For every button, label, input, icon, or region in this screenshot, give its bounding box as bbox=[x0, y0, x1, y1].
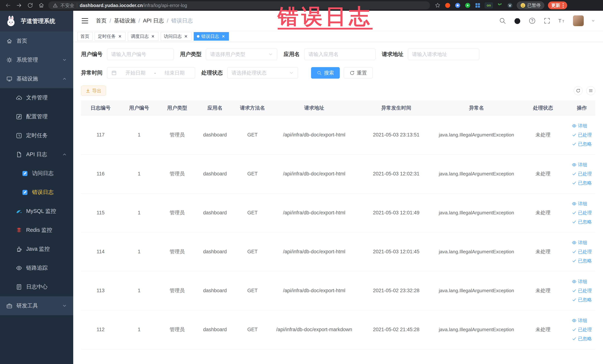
emoji-face-icon bbox=[520, 3, 525, 8]
sidebar-item-config-management[interactable]: 配置管理 bbox=[0, 107, 73, 126]
detail-link[interactable]: 详细 bbox=[572, 240, 587, 246]
ignored-link[interactable]: 已忽略 bbox=[572, 180, 592, 186]
help-icon[interactable] bbox=[529, 17, 536, 24]
tag-error-logs[interactable]: 错误日志 bbox=[194, 32, 229, 41]
browser-home-button[interactable] bbox=[37, 1, 46, 10]
sidebar-item-file-management[interactable]: 文件管理 bbox=[0, 88, 73, 107]
breadcrumb-api-logs[interactable]: API 日志 bbox=[143, 17, 164, 24]
error-log-icon bbox=[22, 189, 28, 195]
breadcrumb-infrastructure[interactable]: 基础设施 bbox=[114, 17, 136, 24]
extension-blue-icon[interactable] bbox=[454, 2, 461, 9]
font-size-icon[interactable]: TT bbox=[558, 17, 566, 24]
sidebar-item-log-center[interactable]: 日志中心 bbox=[0, 277, 73, 296]
eye-icon bbox=[572, 124, 577, 128]
reset-button[interactable]: 重置 bbox=[344, 67, 372, 79]
tag-home[interactable]: 首页 bbox=[77, 32, 93, 41]
process-status-label: 处理状态 bbox=[201, 69, 223, 77]
detail-link[interactable]: 详细 bbox=[572, 317, 587, 324]
detail-link[interactable]: 详细 bbox=[572, 201, 587, 207]
app-name-input[interactable] bbox=[304, 48, 376, 60]
cell-request-url: /api/infra/db-doc/export-html bbox=[271, 193, 357, 232]
cell-user-id: 1 bbox=[120, 310, 158, 349]
process-status-select[interactable]: 请选择处理状态 bbox=[227, 67, 298, 79]
ignored-link[interactable]: 已忽略 bbox=[572, 297, 592, 303]
fullscreen-icon[interactable] bbox=[543, 17, 551, 24]
cell-log-id: 117 bbox=[81, 115, 120, 154]
browser-update-button[interactable]: 更新 bbox=[548, 1, 567, 9]
extension-leaf-icon[interactable] bbox=[497, 2, 503, 9]
tag-scheduled-tasks[interactable]: 定时任务 bbox=[95, 32, 126, 41]
extension-grid-icon[interactable] bbox=[475, 2, 481, 9]
col-log-id: 日志编号 bbox=[81, 101, 120, 115]
sidebar-item-java-monitor[interactable]: Java 监控 bbox=[0, 240, 73, 258]
extension-on-badge[interactable]: on bbox=[485, 2, 493, 9]
check-icon bbox=[572, 133, 577, 137]
date-range-picker[interactable]: 开始日期 - 结束日期 bbox=[107, 67, 195, 79]
search-icon[interactable] bbox=[499, 17, 506, 24]
svg-text:T: T bbox=[562, 20, 564, 23]
tag-schedule-logs[interactable]: 调度日志 bbox=[128, 32, 159, 41]
extension-orange-icon[interactable] bbox=[444, 2, 451, 9]
bookmark-star-icon[interactable] bbox=[434, 2, 441, 9]
github-icon[interactable] bbox=[514, 17, 521, 24]
close-icon[interactable] bbox=[184, 34, 188, 39]
sidebar-item-redis-monitor[interactable]: Redis 监控 bbox=[0, 221, 73, 240]
app-logo[interactable]: 芋道管理系统 bbox=[0, 11, 73, 32]
address-bar[interactable]: 不安全 dashboard.yudao.iocoder.cn/infra/log… bbox=[48, 1, 430, 10]
sidebar-item-error-logs[interactable]: 错误日志 bbox=[0, 183, 73, 202]
close-icon[interactable] bbox=[117, 34, 122, 39]
sidebar-item-access-logs[interactable]: 访问日志 bbox=[0, 164, 73, 183]
browser-toolbar: 不安全 dashboard.yudao.iocoder.cn/infra/log… bbox=[0, 0, 603, 11]
hamburger-icon[interactable] bbox=[81, 17, 89, 25]
end-date-placeholder: 结束日期 bbox=[159, 70, 191, 76]
sidebar-item-system[interactable]: 系统管理 bbox=[0, 50, 73, 69]
sidebar-item-api-logs[interactable]: API 日志 bbox=[0, 145, 73, 164]
detail-link[interactable]: 详细 bbox=[572, 162, 587, 168]
ignored-link[interactable]: 已忽略 bbox=[572, 258, 592, 264]
col-user-type: 用户类型 bbox=[158, 101, 196, 115]
processed-link[interactable]: 已处理 bbox=[572, 132, 592, 138]
refresh-button[interactable] bbox=[574, 86, 583, 95]
processed-link[interactable]: 已处理 bbox=[572, 249, 592, 255]
user-id-input[interactable] bbox=[107, 48, 174, 60]
sidebar-item-home[interactable]: 首页 bbox=[0, 32, 73, 50]
detail-link[interactable]: 详细 bbox=[572, 279, 587, 285]
chevron-down-icon bbox=[268, 52, 273, 57]
close-icon[interactable] bbox=[151, 34, 155, 39]
export-button[interactable]: 导出 bbox=[81, 86, 106, 96]
chevron-down-icon[interactable] bbox=[591, 19, 595, 23]
sidebar-item-mysql-monitor[interactable]: MySQL 监控 bbox=[0, 202, 73, 221]
sidebar-item-infrastructure[interactable]: 基础设施 bbox=[0, 69, 73, 88]
browser-back-button[interactable] bbox=[4, 1, 12, 10]
ignored-link[interactable]: 已忽略 bbox=[572, 336, 592, 342]
check-icon bbox=[572, 211, 577, 215]
col-actions: 操作 bbox=[568, 101, 595, 115]
request-url-input[interactable] bbox=[408, 48, 479, 60]
processed-link[interactable]: 已处理 bbox=[572, 288, 592, 294]
check-icon bbox=[572, 327, 577, 332]
processed-link[interactable]: 已处理 bbox=[572, 210, 592, 216]
browser-forward-button[interactable] bbox=[15, 1, 23, 10]
eye-icon bbox=[572, 163, 577, 167]
sidebar-item-link-tracing[interactable]: 链路追踪 bbox=[0, 258, 73, 277]
processed-link[interactable]: 已处理 bbox=[572, 171, 592, 177]
extension-paw-icon[interactable] bbox=[507, 2, 513, 9]
close-icon[interactable] bbox=[221, 34, 226, 39]
user-type-select[interactable]: 请选择用户类型 bbox=[206, 48, 277, 60]
extension-green-icon[interactable] bbox=[464, 2, 471, 9]
browser-reload-button[interactable] bbox=[26, 1, 35, 10]
sidebar-item-scheduled-tasks[interactable]: 定时任务 bbox=[0, 126, 73, 145]
ignored-link[interactable]: 已忽略 bbox=[572, 219, 592, 225]
columns-button[interactable] bbox=[586, 86, 595, 95]
eye-icon bbox=[572, 240, 577, 245]
paused-badge[interactable]: 已暂停 bbox=[517, 1, 544, 9]
breadcrumb-home[interactable]: 首页 bbox=[96, 17, 107, 24]
search-button[interactable]: 搜索 bbox=[311, 67, 340, 79]
detail-link[interactable]: 详细 bbox=[572, 123, 587, 129]
ignored-link[interactable]: 已忽略 bbox=[572, 141, 592, 147]
avatar[interactable] bbox=[573, 15, 584, 26]
tag-access-logs[interactable]: 访问日志 bbox=[161, 32, 191, 41]
sidebar-item-dev-tools[interactable]: 研发工具 bbox=[0, 296, 73, 315]
cell-app-name: dashboard bbox=[196, 310, 234, 349]
processed-link[interactable]: 已处理 bbox=[572, 327, 592, 333]
